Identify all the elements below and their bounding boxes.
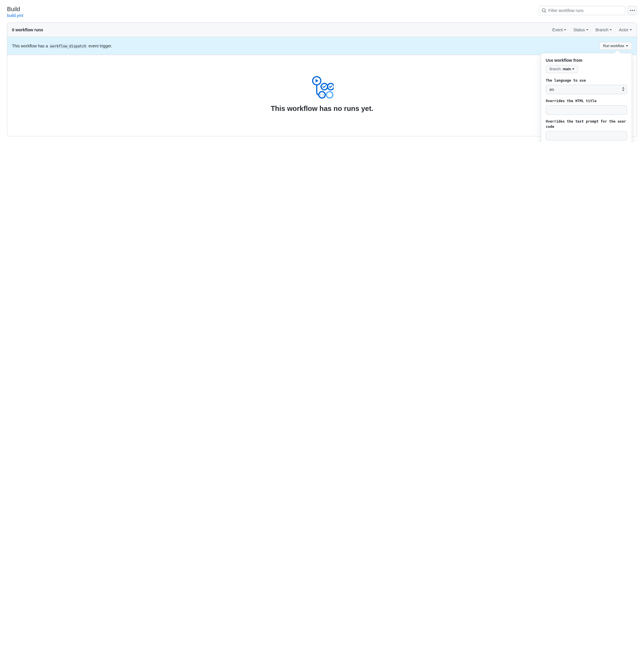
caret-down-icon bbox=[609, 29, 612, 31]
caret-down-icon bbox=[626, 45, 628, 47]
filter-event[interactable]: Event bbox=[552, 28, 566, 32]
more-options-button[interactable] bbox=[628, 6, 637, 15]
svg-point-4 bbox=[321, 94, 321, 95]
filter-actor[interactable]: Actor bbox=[619, 28, 632, 32]
workflow-file-link[interactable]: build.yml bbox=[7, 13, 23, 18]
run-workflow-popover: Use workflow from Branch: main The langu… bbox=[541, 53, 632, 142]
use-workflow-from-label: Use workflow from bbox=[546, 58, 627, 63]
caret-down-icon bbox=[564, 29, 566, 31]
language-select[interactable]: en bbox=[546, 85, 627, 94]
branch-selector[interactable]: Branch: main bbox=[546, 65, 578, 73]
runs-count: 0 workflow runs bbox=[12, 28, 43, 32]
caret-down-icon bbox=[572, 69, 574, 70]
form-field-label: Overrides the HTML title bbox=[546, 98, 627, 104]
search-icon bbox=[542, 8, 546, 13]
kebab-icon bbox=[630, 8, 634, 13]
form-field-label: The language to use bbox=[546, 78, 627, 83]
dispatch-code: workflow_dispatch bbox=[49, 44, 87, 49]
svg-point-6 bbox=[326, 92, 333, 98]
page-title: Build bbox=[7, 6, 23, 13]
workflow-empty-icon bbox=[310, 75, 334, 99]
filter-runs-input[interactable] bbox=[539, 6, 625, 15]
form-text-input[interactable] bbox=[546, 105, 627, 115]
empty-heading: This workflow has no runs yet. bbox=[19, 104, 625, 113]
form-text-input[interactable] bbox=[546, 131, 627, 140]
svg-point-3 bbox=[319, 92, 325, 98]
svg-point-5 bbox=[323, 94, 324, 95]
run-workflow-dropdown[interactable]: Run workflow bbox=[599, 42, 632, 50]
filter-branch[interactable]: Branch bbox=[595, 28, 612, 32]
filter-status[interactable]: Status bbox=[573, 28, 588, 32]
dispatch-info: This workflow has a workflow_dispatch ev… bbox=[12, 43, 112, 48]
workflow-runs-panel: 0 workflow runs Event Status Branch Acto… bbox=[7, 22, 637, 136]
form-field-label: Overrides the text prompt for the user c… bbox=[546, 119, 627, 129]
caret-down-icon bbox=[630, 29, 632, 31]
caret-down-icon bbox=[586, 29, 588, 31]
